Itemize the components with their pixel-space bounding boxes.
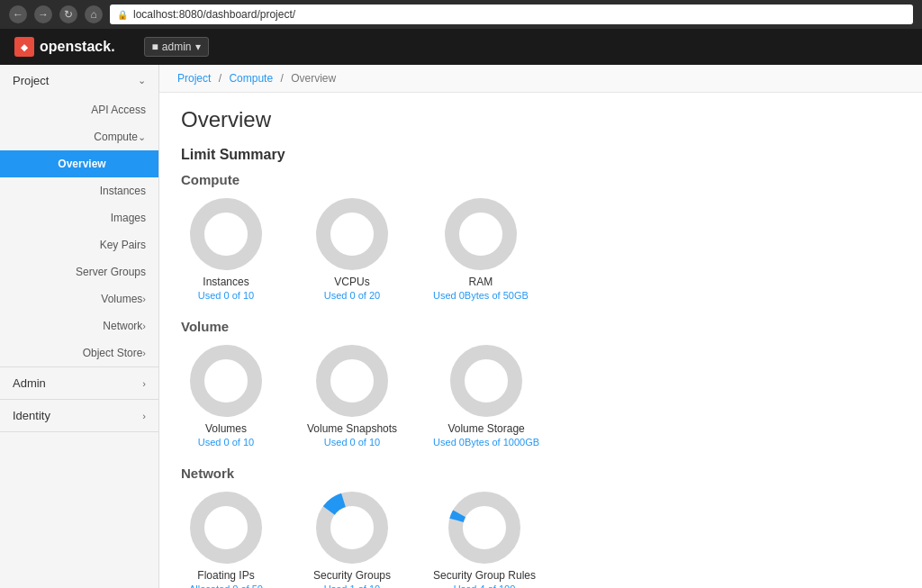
sidebar-network-label: Network [18,320,142,332]
chart-volumes-sublabel: Used 0 of 10 [198,437,254,448]
sidebar-volumes-label: Volumes [18,293,142,305]
compute-charts-row: Instances Used 0 of 10 VCPUs Used 0 of 2… [181,198,900,301]
donut-ram [445,198,517,270]
chart-volumes-label: Volumes [205,422,247,435]
chart-floating-ips: Floating IPs Allocated 0 of 50 [181,492,271,588]
brand-logo: ◆ openstack. [14,37,115,57]
breadcrumb-project[interactable]: Project [177,72,211,85]
chart-ram-label: RAM [469,276,493,288]
sidebar-section-admin: Admin › [0,367,158,400]
donut-volume-storage [450,345,522,417]
sidebar-compute-header[interactable]: Compute ⌄ [0,123,158,150]
sidebar-identity-label: Identity [13,409,50,422]
sidebar-admin-label: Admin [13,376,46,390]
sidebar-item-images[interactable]: Images [0,204,158,231]
donut-instances [190,198,262,270]
breadcrumb-compute[interactable]: Compute [229,72,273,85]
admin-dropdown[interactable]: ■ admin ▾ [144,37,209,57]
svg-point-0 [197,205,255,263]
url-text: localhost:8080/dashboard/project/ [133,8,295,21]
chart-volume-storage: Volume Storage Used 0Bytes of 1000GB [433,345,539,448]
donut-volume-snapshots [316,345,388,417]
chevron-right-icon: › [142,348,146,358]
chart-security-group-rules: Security Group Rules Used 4 of 100 [433,492,536,588]
browser-chrome: ← → ↻ ⌂ 🔒 localhost:8080/dashboard/proje… [0,0,922,29]
chart-instances: Instances Used 0 of 10 [181,198,271,301]
chart-security-groups-sublabel: Used 1 of 10 [324,583,380,588]
home-button[interactable]: ⌂ [85,5,103,23]
network-charts-row: Floating IPs Allocated 0 of 50 [181,492,900,588]
back-button[interactable]: ← [9,5,27,23]
chevron-right-icon: › [142,378,146,389]
sidebar-project-label: Project [13,74,49,87]
breadcrumb-overview: Overview [291,72,336,85]
top-navbar: ◆ openstack. ■ admin ▾ [0,29,922,65]
admin-label: admin [162,41,192,53]
chart-volume-storage-label: Volume Storage [447,422,524,435]
chart-security-groups: Security Groups Used 1 of 10 [307,492,397,588]
chart-volume-snapshots-sublabel: Used 0 of 10 [324,437,380,448]
compute-section-title: Compute [181,172,900,187]
chart-security-groups-label: Security Groups [313,569,391,582]
url-bar[interactable]: 🔒 localhost:8080/dashboard/project/ [110,5,913,24]
donut-floating-ips [190,492,262,564]
chart-vcpus: VCPUs Used 0 of 20 [307,198,397,301]
sidebar-section-project: Project ⌄ API Access Compute ⌄ Overview … [0,65,158,367]
sidebar-item-instances[interactable]: Instances [0,177,158,204]
svg-point-2 [452,205,510,263]
volume-charts-row: Volumes Used 0 of 10 Volume Snapshots Us… [181,345,900,448]
chevron-right-icon: › [142,321,146,331]
donut-vcpus [316,198,388,270]
forward-button[interactable]: → [34,5,52,23]
sidebar-identity-header[interactable]: Identity › [0,400,158,431]
donut-security-groups [316,492,388,564]
network-section-title: Network [181,466,900,481]
donut-volumes [190,345,262,417]
sidebar-object-store-header[interactable]: Object Store › [0,339,158,366]
app-layout: Project ⌄ API Access Compute ⌄ Overview … [0,65,922,588]
sidebar-item-server-groups[interactable]: Server Groups [0,258,158,285]
chart-volume-snapshots-label: Volume Snapshots [307,422,397,435]
chart-volume-snapshots: Volume Snapshots Used 0 of 10 [307,345,397,448]
volume-section-title: Volume [181,319,900,334]
breadcrumb-sep1: / [219,72,221,85]
chart-security-group-rules-label: Security Group Rules [433,569,536,582]
sidebar-compute-label: Compute [18,131,138,143]
sidebar-project-header[interactable]: Project ⌄ [0,65,158,96]
chart-vcpus-label: VCPUs [334,276,369,288]
svg-point-5 [457,352,515,410]
chart-floating-ips-label: Floating IPs [197,569,254,582]
refresh-button[interactable]: ↻ [59,5,77,23]
svg-point-9 [456,499,513,556]
sidebar-section-identity: Identity › [0,400,158,432]
chart-floating-ips-sublabel: Allocated 0 of 50 [189,583,263,588]
chart-ram: RAM Used 0Bytes of 50GB [433,198,529,301]
sidebar-volumes-header[interactable]: Volumes › [0,285,158,312]
breadcrumb-sep2: / [280,72,283,85]
brand-icon: ◆ [14,37,34,57]
limit-summary-title: Limit Summary [181,147,900,163]
sidebar-item-api-access[interactable]: API Access [0,96,158,123]
svg-point-6 [197,499,255,556]
sidebar-item-overview[interactable]: Overview [0,150,158,177]
chart-security-group-rules-sublabel: Used 4 of 100 [454,583,516,588]
sidebar-item-key-pairs[interactable]: Key Pairs [0,231,158,258]
admin-icon: ■ [152,41,158,53]
svg-point-1 [323,205,381,263]
sidebar: Project ⌄ API Access Compute ⌄ Overview … [0,65,159,588]
right-panel: Project / Compute / Overview Overview Li… [159,65,922,588]
chart-instances-sublabel: Used 0 of 10 [198,290,254,301]
sidebar-admin-header[interactable]: Admin › [0,367,158,399]
brand-name: openstack. [40,39,115,55]
dropdown-chevron-icon: ▾ [195,41,201,53]
chevron-right-icon: › [142,294,146,304]
lock-icon: 🔒 [117,10,128,20]
chart-volume-storage-sublabel: Used 0Bytes of 1000GB [433,437,539,448]
svg-point-3 [197,352,255,410]
chart-instances-label: Instances [203,276,249,288]
sidebar-network-header[interactable]: Network › [0,312,158,339]
breadcrumb: Project / Compute / Overview [159,65,922,93]
chart-vcpus-sublabel: Used 0 of 20 [324,290,380,301]
donut-security-group-rules [448,492,520,564]
sidebar-object-store-label: Object Store [18,347,142,359]
